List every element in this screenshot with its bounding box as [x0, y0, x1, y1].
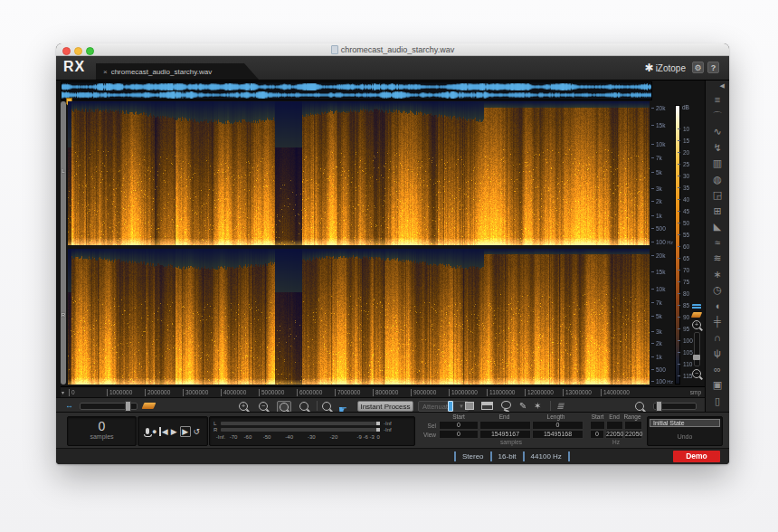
vertical-scrollbar[interactable] — [61, 101, 66, 385]
dialogue-isolate-icon[interactable]: ∗ — [706, 267, 729, 283]
view-end-samples[interactable]: 15495167 — [479, 430, 531, 439]
meter-scale: -Inf.-70-60-50-40-30-20-9-6-30 — [221, 434, 380, 442]
spectrogram-right-canvas[interactable] — [68, 249, 650, 385]
waveform-view-icon[interactable] — [692, 304, 701, 309]
hzoom-slider[interactable] — [653, 403, 697, 410]
spectrogram-view-icon[interactable] — [691, 312, 702, 318]
record-monitor-mic-button[interactable] — [146, 428, 149, 434]
file-tab[interactable]: × chromecast_audio_starchy.wav — [96, 63, 259, 80]
help-button[interactable]: ? — [707, 62, 719, 73]
vzoom-in-button[interactable]: + — [692, 320, 701, 329]
samples-group: Start End Length 0 0 0 15495167 15495168 — [439, 413, 584, 446]
de-clip-icon[interactable]: ↯ — [706, 140, 729, 157]
de-reverb-icon[interactable]: ≋ — [706, 251, 729, 267]
freq-tick-6: 2k — [656, 341, 662, 347]
db-tick-4: 30 — [683, 170, 701, 182]
leveler-icon[interactable]: ∩ — [706, 330, 729, 347]
time-tick-7: 7000000 — [335, 389, 360, 396]
vzoom-slider-handle[interactable] — [693, 355, 700, 360]
row-label-sel: Sel — [416, 422, 436, 431]
de-hum-icon[interactable]: ◍ — [706, 172, 729, 188]
channel-label-right: R — [59, 312, 68, 318]
de-crackle-icon[interactable]: ∿ — [706, 124, 729, 140]
spectrogram-blend-icon[interactable] — [142, 403, 157, 409]
select-time-button[interactable] — [447, 400, 454, 412]
select-lasso-button[interactable] — [501, 401, 511, 409]
freq-tick-2: 10k — [656, 287, 665, 292]
sel-end-hz[interactable] — [606, 421, 624, 430]
eq-icon[interactable]: ◣ — [706, 219, 729, 235]
view-length-samples[interactable]: 15495168 — [532, 430, 584, 439]
freq-tick-0: 20k — [656, 106, 665, 111]
settings-button[interactable]: ⚙ — [692, 62, 704, 73]
sel-length-samples[interactable]: 0 — [532, 421, 584, 430]
tab-close-icon[interactable]: × — [103, 68, 108, 76]
instant-process-button[interactable]: Instant Process — [357, 401, 413, 412]
de-noise-icon[interactable]: ≈ — [706, 235, 729, 252]
header-start: Start — [590, 413, 605, 421]
phase-icon[interactable]: ∞ — [706, 362, 729, 378]
hzoom-slider-handle[interactable] — [656, 401, 662, 412]
db-tick-5: 35 — [683, 182, 701, 194]
frequency-ruler-left: Hz 20k15k10k7k5k3k2k1k500100 — [651, 101, 673, 245]
time-tick-4: 4000000 — [221, 389, 246, 396]
spectrogram-left-canvas[interactable] — [68, 101, 650, 245]
time-tick-3: 3000000 — [183, 389, 208, 396]
sel-end-samples[interactable] — [479, 421, 531, 430]
attenuate-dropdown[interactable]: Attenuate ▼ — [418, 401, 469, 412]
blend-slider-handle[interactable] — [125, 401, 131, 412]
status-item-1: 16-bit — [490, 451, 523, 461]
sel-start-samples[interactable]: 0 — [439, 421, 479, 430]
sel-start-hz[interactable] — [590, 421, 605, 430]
time-tick-1: 1000000 — [107, 389, 132, 396]
select-brush-button[interactable]: ✎ — [519, 401, 527, 411]
tools-row: ↔ + − ☛ Instant Process Attenuate ▼ — [56, 397, 705, 413]
hzoom-magnifier-button[interactable] — [633, 401, 646, 412]
zoom-in-button[interactable]: + — [237, 401, 250, 412]
vzoom-slider[interactable] — [694, 332, 700, 366]
vzoom-out-button[interactable]: − — [692, 369, 701, 378]
loop-button[interactable]: ↺ — [194, 427, 201, 436]
header-end: End — [605, 413, 623, 421]
skip-to-start-button[interactable]: ◀ — [159, 427, 167, 436]
sel-range-hz[interactable] — [624, 421, 642, 430]
meter-left-track — [221, 422, 380, 425]
waveform-blend-icon[interactable]: ↔ — [65, 402, 76, 409]
waveform-overview-canvas[interactable] — [61, 81, 652, 100]
de-click-icon[interactable]: ⌒ — [706, 109, 729, 125]
spectral-repair-icon[interactable]: ◲ — [706, 187, 729, 204]
view-start-hz[interactable]: 0 — [590, 430, 604, 439]
signal-generator-icon[interactable]: ψ — [706, 346, 729, 362]
select-wide-rectangle-button[interactable] — [481, 402, 493, 410]
time-tick-2: 2000000 — [145, 389, 170, 396]
time-pitch-icon[interactable]: ◷ — [706, 282, 729, 299]
collapse-panel-icon[interactable]: ◀ — [720, 82, 725, 90]
rx-window: chromecast_audio_starchy.wav RX × chrome… — [56, 43, 729, 464]
deconstruct-icon[interactable]: ⊞ — [706, 204, 729, 220]
timeline-marker-icon[interactable]: ▾ — [62, 389, 64, 395]
zoom-out-button[interactable]: − — [257, 401, 270, 412]
view-end-hz[interactable]: 22050 — [605, 430, 623, 439]
view-range-hz[interactable]: 22050 — [624, 430, 642, 439]
fade-tool-button[interactable]: ≣ — [556, 401, 566, 411]
de-ess-icon[interactable]: ▥ — [706, 156, 729, 172]
history-item[interactable]: Initial State — [650, 419, 720, 427]
select-rectangle-button[interactable] — [465, 402, 474, 410]
zoom-drag-button[interactable] — [298, 401, 310, 412]
module-list-icon[interactable]: ≡ — [706, 92, 729, 109]
blend-slider[interactable] — [80, 403, 138, 410]
gain-icon[interactable]: ◖ — [706, 299, 729, 315]
play-button[interactable]: ▶ — [171, 427, 177, 436]
titlebar[interactable]: chromecast_audio_starchy.wav — [56, 43, 729, 56]
magnify-button[interactable] — [320, 401, 333, 412]
plugin-icon[interactable]: ╪ — [706, 314, 729, 330]
record-monitor-icon[interactable]: ▣ — [706, 377, 729, 394]
record-button[interactable]: ● — [152, 427, 157, 436]
select-wand-button[interactable]: ✶ — [534, 401, 541, 411]
time-tick-0: 0 — [69, 389, 75, 396]
resample-icon[interactable]: ▯ — [706, 394, 729, 410]
play-selection-button[interactable]: ▶ — [180, 426, 191, 437]
view-start-samples[interactable]: 0 — [439, 430, 479, 439]
header-length: Length — [530, 413, 582, 421]
meter-left-value: -Inf — [384, 421, 392, 426]
